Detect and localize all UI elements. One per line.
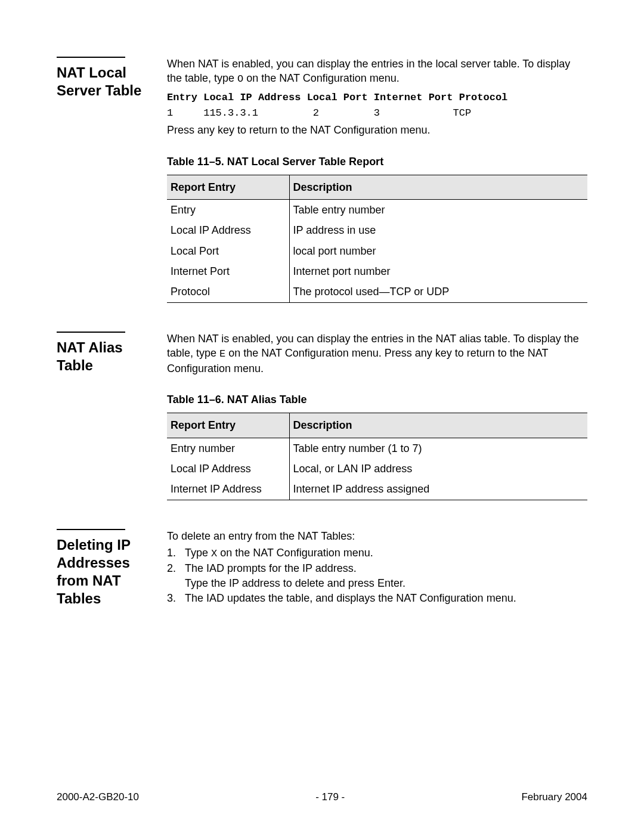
nat-local-table: Report Entry Description EntryTable entr…: [167, 175, 587, 303]
section-heading: Deleting IP Addresses from NAT Tables: [57, 536, 149, 608]
intro-key: O: [237, 73, 243, 85]
step-text: Type: [185, 547, 211, 559]
heading-wrap: Deleting IP Addresses from NAT Tables: [57, 529, 149, 608]
cell-desc: Table entry number: [289, 200, 587, 221]
heading-wrap: NAT Local Server Table: [57, 57, 149, 100]
cell-entry: Entry: [167, 200, 289, 221]
section-nat-local: NAT Local Server Table When NAT is enabl…: [57, 57, 587, 303]
cell-entry: Local IP Address: [167, 220, 289, 240]
terminal-header: Entry Local IP Address Local Port Intern…: [167, 92, 507, 103]
cell-entry: Protocol: [167, 281, 289, 302]
cell-entry: Local Port: [167, 241, 289, 261]
section-body: When NAT is enabled, you can display the…: [167, 332, 587, 500]
step-text: Type the IP address to delete and press …: [185, 577, 405, 589]
cell-entry: Entry number: [167, 438, 289, 459]
intro-text: To delete an entry from the NAT Tables:: [167, 529, 587, 543]
section-deleting: Deleting IP Addresses from NAT Tables To…: [57, 529, 587, 608]
table-row: Internet IP AddressInternet IP address a…: [167, 479, 587, 500]
cell-desc: Internet port number: [289, 261, 587, 281]
steps-list: Type X on the NAT Configuration menu. Th…: [167, 546, 587, 606]
section-body: To delete an entry from the NAT Tables: …: [167, 529, 587, 606]
section-heading: NAT Local Server Table: [57, 64, 149, 100]
table-row: ProtocolThe protocol used—TCP or UDP: [167, 281, 587, 302]
cell-entry: Local IP Address: [167, 459, 289, 479]
terminal-output: Entry Local IP Address Local Port Intern…: [167, 90, 587, 120]
footer-right: February 2004: [521, 791, 587, 803]
intro-tail: on the NAT Configuration menu.: [243, 72, 399, 84]
table-header-row: Report Entry Description: [167, 413, 587, 438]
cell-entry: Internet Port: [167, 261, 289, 281]
table-row: Internet PortInternet port number: [167, 261, 587, 281]
heading-wrap: NAT Alias Table: [57, 332, 149, 374]
th-report-entry: Report Entry: [167, 175, 289, 199]
cell-entry: Internet IP Address: [167, 479, 289, 500]
th-description: Description: [289, 413, 587, 438]
table-header-row: Report Entry Description: [167, 175, 587, 199]
heading-rule: [57, 57, 125, 58]
cell-desc: Internet IP address assigned: [289, 479, 587, 500]
cell-desc: Table entry number (1 to 7): [289, 438, 587, 459]
intro-paragraph: When NAT is enabled, you can display the…: [167, 332, 587, 376]
cell-desc: Local, or LAN IP address: [289, 459, 587, 479]
table-row: EntryTable entry number: [167, 200, 587, 221]
footer-center: - 179 -: [315, 791, 345, 803]
heading-rule: [57, 332, 125, 333]
intro-key: E: [219, 348, 225, 360]
terminal-row: 1 115.3.3.1 2 3 TCP: [167, 107, 471, 119]
nat-alias-table: Report Entry Description Entry numberTab…: [167, 413, 587, 500]
intro-paragraph: When NAT is enabled, you can display the…: [167, 57, 587, 86]
post-mono-text: Press any key to return to the NAT Confi…: [167, 123, 587, 137]
table-row: Local Portlocal port number: [167, 241, 587, 261]
list-item: Type X on the NAT Configuration menu.: [167, 546, 587, 561]
th-report-entry: Report Entry: [167, 413, 289, 438]
th-description: Description: [289, 175, 587, 199]
cell-desc: local port number: [289, 241, 587, 261]
step-text: The IAD updates the table, and displays …: [185, 592, 516, 604]
table-row: Local IP AddressIP address in use: [167, 220, 587, 240]
section-heading: NAT Alias Table: [57, 339, 149, 374]
page-content: NAT Local Server Table When NAT is enabl…: [57, 57, 587, 608]
step-text: The IAD prompts for the IP address.: [185, 562, 357, 574]
heading-rule: [57, 529, 125, 530]
table-caption: Table 11–5. NAT Local Server Table Repor…: [167, 154, 587, 169]
table-caption: Table 11–6. NAT Alias Table: [167, 392, 587, 407]
table-row: Local IP AddressLocal, or LAN IP address: [167, 459, 587, 479]
cell-desc: The protocol used—TCP or UDP: [289, 281, 587, 302]
section-nat-alias: NAT Alias Table When NAT is enabled, you…: [57, 332, 587, 500]
section-body: When NAT is enabled, you can display the…: [167, 57, 587, 303]
step-text: on the NAT Configuration menu.: [217, 547, 373, 559]
table-row: Entry numberTable entry number (1 to 7): [167, 438, 587, 459]
page-footer: 2000-A2-GB20-10 - 179 - February 2004: [57, 791, 587, 803]
list-item: The IAD updates the table, and displays …: [167, 591, 587, 606]
step-key: X: [211, 548, 217, 559]
footer-left: 2000-A2-GB20-10: [57, 791, 139, 803]
cell-desc: IP address in use: [289, 220, 587, 240]
list-item: The IAD prompts for the IP address. Type…: [167, 561, 587, 591]
